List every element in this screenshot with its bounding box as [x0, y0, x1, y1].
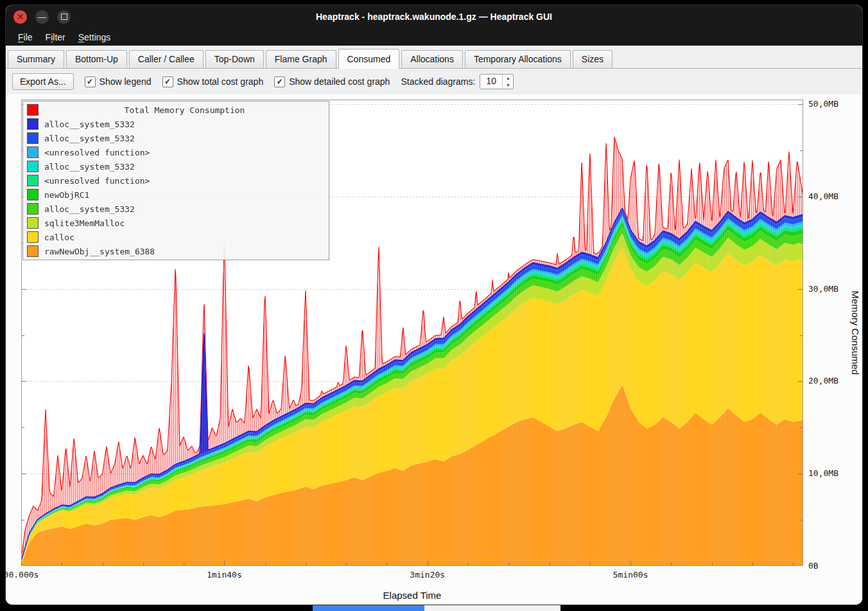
tab-flame-graph[interactable]: Flame Graph — [266, 50, 336, 68]
legend-row: Total Memory Consumption — [25, 103, 327, 117]
legend-row: alloc__system_5332 — [25, 159, 327, 173]
spinbox-down-button[interactable]: ▼ — [503, 82, 513, 89]
legend-label: <unresolved function> — [44, 176, 150, 186]
desktop-background: Heaptrack - heaptrack.wakunode.1.gz — He… — [0, 0, 868, 611]
legend-row: <unresolved function> — [25, 173, 327, 188]
spinbox-up-button[interactable]: ▲ — [503, 75, 513, 82]
checkbox-box[interactable]: ✓ — [274, 76, 285, 87]
x-tick-label: 5min00s — [613, 570, 648, 580]
chart-area: Total Memory Consumptionalloc__system_53… — [6, 94, 862, 605]
menu-file[interactable]: File — [12, 30, 39, 44]
tab-temporary-allocations[interactable]: Temporary Allocations — [465, 50, 571, 68]
legend-row: sqlite3MemMalloc — [25, 216, 327, 230]
export-as-button[interactable]: Export As... — [12, 73, 74, 90]
legend-label: calloc — [44, 233, 74, 242]
tab-sizes[interactable]: Sizes — [573, 50, 612, 68]
checkbox-label: Show total cost graph — [177, 76, 264, 87]
legend-label: sqlite3MemMalloc — [44, 218, 125, 228]
y-tick-label: 10,0MB — [808, 468, 838, 478]
y-tick-label: 30,0MB — [808, 284, 838, 294]
legend-row: alloc__system_5332 — [25, 117, 327, 131]
maximize-button[interactable] — [57, 10, 71, 24]
window-title: Heaptrack - heaptrack.wakunode.1.gz — He… — [6, 12, 862, 22]
tab-bar: Summary Bottom-Up Caller / Callee Top-Do… — [6, 46, 862, 69]
stacked-diagrams-spinbox[interactable]: 10 ▲ ▼ — [480, 74, 514, 89]
legend-swatch — [27, 118, 39, 130]
legend-row: <unresolved function> — [25, 145, 327, 159]
tab-bottom-up[interactable]: Bottom-Up — [66, 50, 127, 68]
legend-row: newObjRC1 — [25, 188, 327, 202]
show-detailed-cost-checkbox[interactable]: ✓ Show detailed cost graph — [274, 76, 390, 87]
legend-label: alloc__system_5332 — [44, 162, 135, 172]
legend-swatch — [27, 146, 39, 158]
tab-caller-callee[interactable]: Caller / Callee — [129, 50, 204, 68]
x-tick-label: 1min40s — [207, 570, 242, 580]
checkbox-box[interactable]: ✓ — [162, 76, 173, 87]
legend-swatch — [27, 175, 39, 186]
maximize-icon — [61, 13, 67, 20]
window-controls: ✕ — — [13, 10, 71, 24]
toolbar: Export As... ✓ Show legend ✓ Show total … — [6, 69, 862, 94]
legend-title: Total Memory Consumption — [44, 105, 325, 115]
legend-swatch — [27, 231, 39, 243]
spinbox-value: 10 — [480, 75, 502, 89]
legend-label: alloc__system_5332 — [44, 134, 135, 143]
menu-filter[interactable]: Filter — [40, 30, 71, 44]
legend-swatch — [27, 245, 39, 257]
y-axis-title: Memory Consumed — [850, 291, 861, 375]
checkbox-label: Show legend — [100, 76, 152, 87]
show-total-cost-checkbox[interactable]: ✓ Show total cost graph — [162, 76, 264, 87]
tab-top-down[interactable]: Top-Down — [205, 50, 264, 68]
show-legend-checkbox[interactable]: ✓ Show legend — [85, 76, 152, 87]
legend-label: alloc__system_5332 — [44, 120, 135, 129]
legend-swatch — [27, 203, 39, 215]
y-tick-label: 50,0MB — [808, 99, 838, 109]
legend-swatch — [27, 189, 39, 200]
legend-row: rawNewObj__system_6388 — [25, 244, 327, 258]
legend-swatch — [27, 161, 39, 172]
y-tick-label: 40,0MB — [808, 191, 838, 201]
legend-row: alloc__system_5332 — [25, 131, 327, 145]
tab-summary[interactable]: Summary — [8, 50, 64, 68]
stacked-diagrams-label: Stacked diagrams: — [401, 76, 475, 87]
close-icon: ✕ — [17, 12, 24, 21]
heaptrack-window: Heaptrack - heaptrack.wakunode.1.gz — He… — [6, 5, 862, 605]
menu-settings[interactable]: Settings — [73, 30, 117, 44]
checkbox-label: Show detailed cost graph — [289, 76, 390, 87]
legend-row: calloc — [25, 230, 327, 244]
x-tick-label: 00.000s — [6, 570, 39, 580]
tab-allocations[interactable]: Allocations — [401, 50, 463, 68]
tab-consumed[interactable]: Consumed — [338, 49, 400, 69]
checkbox-box[interactable]: ✓ — [85, 76, 96, 87]
titlebar: Heaptrack - heaptrack.wakunode.1.gz — He… — [6, 5, 862, 28]
legend-swatch — [27, 132, 39, 144]
y-tick-label: 20,0MB — [808, 376, 838, 385]
minimize-button[interactable]: — — [35, 10, 49, 24]
legend-label: <unresolved function> — [44, 148, 150, 157]
minimize-icon: — — [38, 13, 46, 21]
legend-label: rawNewObj__system_6388 — [44, 247, 155, 256]
legend-label: newObjRC1 — [44, 190, 89, 200]
legend-label: alloc__system_5332 — [44, 204, 135, 214]
legend-swatch — [27, 217, 39, 229]
close-button[interactable]: ✕ — [13, 10, 27, 24]
y-tick-label: 0B — [808, 561, 819, 571]
menubar: File Filter Settings — [6, 28, 862, 46]
x-tick-label: 3min20s — [410, 570, 445, 580]
legend-swatch — [27, 104, 39, 116]
legend-row: alloc__system_5332 — [25, 202, 327, 216]
chart-legend: Total Memory Consumptionalloc__system_53… — [22, 101, 329, 260]
x-axis-title: Elapsed Time — [21, 590, 803, 601]
